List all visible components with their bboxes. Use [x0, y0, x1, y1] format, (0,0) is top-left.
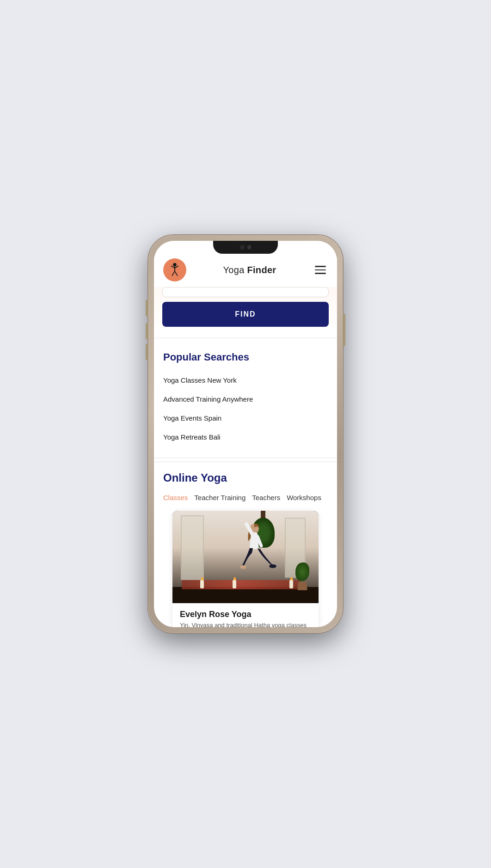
- card-title: Evelyn Rose Yoga: [180, 610, 311, 619]
- popular-searches-title: Popular Searches: [163, 351, 328, 363]
- app-title: Yoga Finder: [223, 265, 276, 275]
- menu-button[interactable]: [313, 264, 328, 276]
- online-yoga-tabs: Classes Teacher Training Teachers Worksh…: [163, 492, 328, 503]
- popular-search-item[interactable]: Yoga Retreats Bali: [163, 428, 328, 446]
- hamburger-line-2: [315, 269, 326, 271]
- section-divider-1: [154, 338, 337, 338]
- svg-point-10: [269, 564, 276, 568]
- logo-icon: [168, 263, 181, 277]
- plant-right: [295, 562, 309, 590]
- notch-speaker: [240, 245, 245, 250]
- notch-camera: [247, 245, 251, 249]
- screen-content: FIND Popular Searches Yoga Classes New Y…: [154, 287, 337, 627]
- card-subtitle: Yin, Vinyasa and traditional Hatha yoga …: [180, 621, 311, 627]
- online-yoga-section: Online Yoga Classes Teacher Training Tea…: [154, 462, 337, 627]
- phone-screen: Yoga Finder FIND Popular Searches Yoga C…: [154, 241, 337, 627]
- tab-teachers[interactable]: Teachers: [252, 492, 287, 503]
- candle-1: [200, 577, 204, 588]
- online-yoga-title: Online Yoga: [163, 471, 328, 484]
- popular-search-item[interactable]: Yoga Events Spain: [163, 409, 328, 428]
- window-left: [181, 515, 204, 580]
- logo-circle[interactable]: [163, 258, 186, 281]
- candle-body: [289, 580, 293, 588]
- find-button[interactable]: FIND: [162, 302, 329, 327]
- svg-line-4: [172, 271, 175, 275]
- candle-3: [289, 577, 293, 588]
- search-area: FIND: [154, 287, 337, 334]
- popular-searches-section: Popular Searches Yoga Classes New York A…: [154, 342, 337, 454]
- notch: [213, 241, 278, 254]
- yoga-card[interactable]: Evelyn Rose Yoga Yin, Vinyasa and tradit…: [172, 511, 319, 627]
- card-body: Evelyn Rose Yoga Yin, Vinyasa and tradit…: [172, 603, 319, 627]
- yoga-scene: [172, 511, 319, 603]
- hamburger-line-1: [315, 266, 326, 267]
- yoga-figure-svg: [229, 520, 284, 581]
- phone-frame: Yoga Finder FIND Popular Searches Yoga C…: [148, 235, 343, 633]
- tab-classes[interactable]: Classes: [163, 492, 194, 503]
- search-input-wrapper[interactable]: [162, 287, 329, 297]
- popular-search-item[interactable]: Advanced Training Anywhere: [163, 390, 328, 409]
- popular-search-item[interactable]: Yoga Classes New York: [163, 371, 328, 390]
- hamburger-line-3: [315, 273, 326, 274]
- tab-teacher-training[interactable]: Teacher Training: [194, 492, 252, 503]
- svg-point-9: [240, 565, 246, 569]
- section-divider-2: [154, 458, 337, 458]
- tab-workshops[interactable]: Workshops: [287, 492, 328, 503]
- candle-body: [200, 580, 204, 588]
- svg-point-0: [173, 263, 177, 267]
- yoga-person: [229, 520, 284, 582]
- card-image: [172, 511, 319, 603]
- svg-line-5: [175, 271, 178, 275]
